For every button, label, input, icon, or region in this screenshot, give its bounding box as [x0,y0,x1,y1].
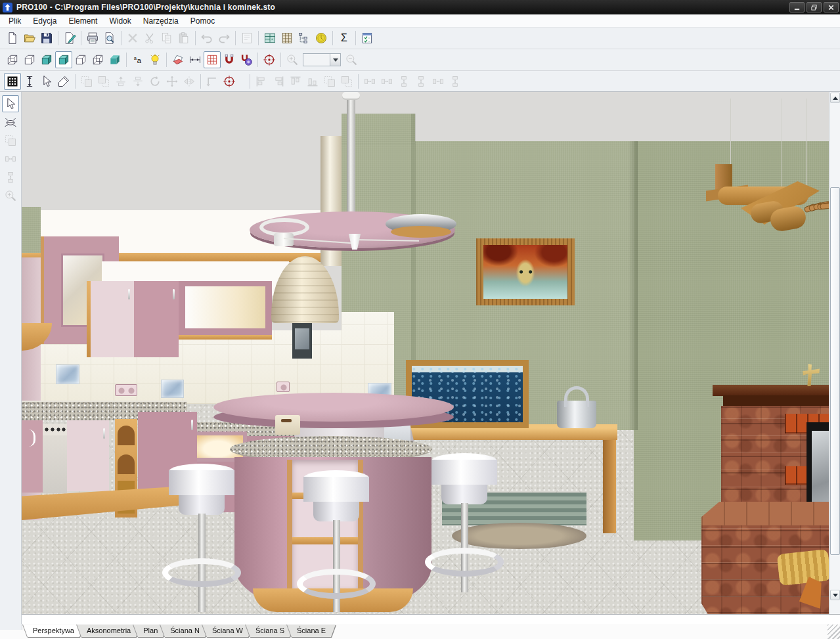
pointer-tool-button[interactable] [2,95,19,112]
view-hidden-lines-button[interactable] [89,51,106,68]
center-projection-button[interactable] [261,51,278,68]
close-button[interactable] [824,2,839,12]
show-dimensions-button[interactable] [187,51,204,68]
tab-ściana-n[interactable]: Ściana N [165,625,205,637]
scroll-up-button[interactable] [830,93,840,103]
stool-seat-lower [313,502,359,521]
snap-button[interactable] [221,51,238,68]
materials-library-button[interactable] [278,30,296,47]
bar-shelf [292,537,358,544]
move-vertical-button[interactable] [21,73,38,90]
resize-grip[interactable] [828,625,840,639]
scrollbar-thumb[interactable] [830,187,840,555]
rotation-center-button[interactable] [221,73,238,90]
design-viewport[interactable] [22,92,829,614]
dishwasher[interactable] [43,435,67,493]
fit-height-tool-button [2,169,19,186]
grid-button[interactable] [204,51,221,68]
dishwasher-controls [43,424,67,435]
mantel-shelf-step [723,395,829,407]
open-project-button[interactable] [21,30,38,47]
menu-widok[interactable]: Widok [103,15,137,27]
show-textures-button[interactable] [169,51,187,68]
view-sketch-button[interactable] [21,51,38,68]
view-wireframe-button[interactable] [4,51,21,68]
draw-element-icon [57,75,70,88]
furniture-library-button[interactable] [261,30,278,47]
tab-aksonometria[interactable]: Aksonometria [81,625,136,637]
chevron-down-icon[interactable] [330,54,340,66]
tab-label: Perspektywa [28,625,79,636]
join-left-button [321,73,338,90]
fit-width-tool-button [2,150,19,167]
selection-mode-button[interactable] [4,73,21,90]
built-in-appliance[interactable] [292,323,312,359]
distribute-vertical-2-button [412,73,430,90]
hanging-string [782,99,782,192]
new-project-button[interactable] [4,30,21,47]
tab-perspektywa[interactable]: Perspektywa [28,625,79,637]
view-colors-button[interactable] [38,51,55,68]
minimize-button[interactable] [789,2,805,12]
properties-icon [240,32,254,45]
tab-ściana-w[interactable]: Ściana W [207,625,248,637]
rug[interactable] [452,523,586,549]
snap-to-objects-button[interactable] [238,51,255,68]
save-project-icon [40,32,53,45]
triangle-up-icon [833,94,838,100]
view-contours-button[interactable] [72,51,89,68]
sideboard-leg [603,440,616,533]
vertical-scrollbar[interactable] [829,92,840,614]
coffee-machine[interactable] [275,415,300,435]
menu-element[interactable]: Element [62,15,103,27]
report-button[interactable] [359,30,376,47]
price-list-button[interactable] [313,30,330,47]
toolbar-view [0,49,840,71]
hearth-bench-top[interactable] [701,502,829,528]
bar-counter-top[interactable] [213,393,454,422]
align-left-icon [255,75,268,88]
save-project-button[interactable] [38,30,55,47]
pointer-button[interactable] [38,73,55,90]
scroll-down-button[interactable] [830,590,840,600]
selection-mode-icon [6,75,19,88]
menu-edycja[interactable]: Edycja [27,15,62,27]
mantel-shelf[interactable] [713,385,829,396]
show-descriptions-button[interactable] [129,51,146,68]
draw-element-button[interactable] [55,73,72,90]
align-right-button [270,73,287,90]
view-contours-icon [74,53,87,66]
move-icon [166,75,179,88]
tab-ściana-s[interactable]: Ściana S [250,625,290,637]
menu-pomoc[interactable]: Pomoc [185,15,221,27]
light-tool-button[interactable] [2,114,19,131]
print-preview-button[interactable] [101,30,118,47]
firewood[interactable] [777,549,829,586]
menu-plik[interactable]: Plik [3,15,27,27]
upper-cabinet-door[interactable] [91,281,134,357]
snap-icon [223,53,236,66]
upper-cabinet-door[interactable] [134,281,179,357]
corner-cabinet-door[interactable] [22,420,43,493]
calculation-button[interactable] [336,30,353,47]
move-vertical-icon [23,75,36,88]
tab-ściana-e[interactable]: Ściana E [292,625,331,637]
restore-button[interactable] [807,2,822,12]
frosted-glass-cabinet[interactable] [179,281,272,335]
menu-narzędzia[interactable]: Narzędzia [137,15,185,27]
project-structure-button[interactable] [296,30,313,47]
view-shaded-button[interactable] [106,51,123,68]
hanging-string [807,99,807,200]
tab-plan[interactable]: Plan [138,625,163,637]
view-textures-button[interactable] [55,51,72,68]
print-button[interactable] [84,30,101,47]
edit-properties-button[interactable] [61,30,78,47]
lighting-button[interactable] [146,51,164,68]
shelf-cubby [118,454,135,474]
wall-picture[interactable] [476,238,575,305]
stool-footring [162,558,241,587]
base-cabinet-door[interactable] [67,420,109,491]
lamp-wood-base [391,226,451,238]
tab-label: Ściana N [165,625,205,636]
zoom-level-combo[interactable] [303,53,341,66]
